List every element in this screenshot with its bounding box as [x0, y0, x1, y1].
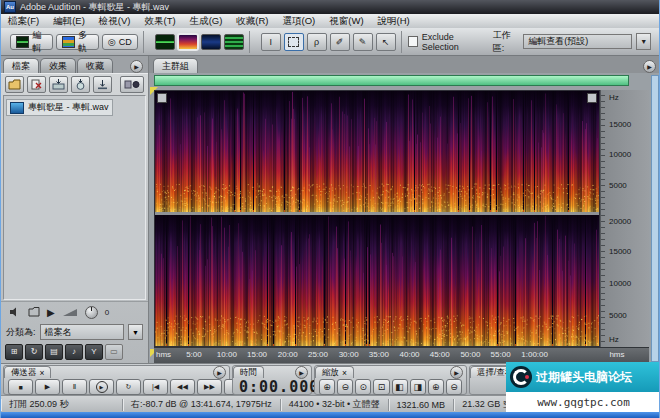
timeline-tick-label: 30:00	[339, 350, 359, 359]
spectrogram-display[interactable]	[154, 90, 600, 347]
zoom-to-right-edge-button[interactable]: ◨	[410, 379, 426, 395]
show-paths-toggle[interactable]: ▭	[105, 344, 123, 360]
rewind-button[interactable]: ◀◀	[170, 379, 195, 395]
tab-effects[interactable]: 效果	[40, 58, 76, 73]
sort-by-select[interactable]: 檔案名	[40, 324, 124, 340]
close-icon[interactable]: ×	[342, 368, 347, 378]
close-file-button[interactable]	[27, 76, 46, 93]
close-icon[interactable]: ×	[40, 368, 45, 378]
insert-into-cd-button[interactable]	[71, 76, 90, 93]
show-video-files-toggle[interactable]: ▤	[45, 344, 63, 360]
timeline-ruler[interactable]: hms 5:0010:0015:0020:0025:0030:0035:0040…	[154, 347, 649, 363]
import-file-button[interactable]	[5, 76, 24, 93]
preview-play-icon[interactable]	[9, 307, 21, 317]
file-list[interactable]: 專輯歌星 - 專輯.wav	[3, 95, 146, 300]
panel-flyout-icon[interactable]: ▶	[643, 60, 656, 73]
workspace-select[interactable]: 編輯查看(預設)	[523, 34, 632, 49]
menu-item[interactable]: 檔案(F)	[1, 15, 46, 28]
tab-transport[interactable]: 傳送器 ×	[4, 366, 51, 378]
corner-handle-icon[interactable]	[587, 93, 597, 103]
corner-handle-icon[interactable]	[157, 93, 167, 103]
play-looped-button[interactable]: ▶	[89, 379, 114, 395]
panel-flyout-icon[interactable]: ▶	[450, 366, 463, 379]
effects-paintbrush-tool[interactable]: ✐	[330, 33, 350, 51]
tab-time[interactable]: 時間	[233, 366, 264, 378]
menu-item[interactable]: 收藏(R)	[229, 15, 275, 28]
zoom-to-selection-button[interactable]: ⊡	[373, 379, 389, 395]
scrub-tool[interactable]: ✎	[353, 33, 373, 51]
marquee-icon	[288, 37, 299, 47]
import-audio-button[interactable]	[93, 76, 112, 93]
waveform-view-button[interactable]	[155, 34, 175, 50]
spectral-view-button[interactable]	[178, 34, 198, 50]
window-frame-bottom	[1, 412, 660, 418]
zoom-out-vertical-button[interactable]: ⊖	[446, 379, 462, 395]
menu-item[interactable]: 視窗(W)	[322, 15, 370, 28]
spectrogram-canvas[interactable]	[155, 91, 599, 346]
status-file-size: 1321.60 MB	[389, 399, 455, 411]
edit-view-button[interactable]: 編輯	[10, 34, 53, 50]
zoom-to-left-edge-button[interactable]: ◧	[392, 379, 408, 395]
volume-slider-icon[interactable]	[62, 307, 78, 317]
show-loop-files-toggle[interactable]: ↻	[25, 344, 43, 360]
show-midi-files-toggle[interactable]: ♪	[65, 344, 83, 360]
insert-into-multitrack-button[interactable]	[49, 76, 68, 93]
menu-item[interactable]: 說明(H)	[371, 15, 417, 28]
fast-forward-button[interactable]: ▶▶	[197, 379, 222, 395]
ruler-ticks	[601, 90, 605, 347]
go-to-start-button[interactable]: |◀	[143, 379, 168, 395]
tools-group: Iρ✐✎↖	[256, 31, 402, 53]
loop-play-icon[interactable]: ▶	[47, 307, 55, 318]
file-list-item[interactable]: 專輯歌星 - 專輯.wav	[6, 99, 113, 116]
menu-item[interactable]: 檢視(V)	[92, 15, 138, 28]
auto-play-icon[interactable]	[28, 307, 40, 317]
loop-button[interactable]: ↻	[116, 379, 141, 395]
spectral-phase-view-button[interactable]	[224, 34, 244, 50]
edit-view-label: 編輯	[32, 29, 47, 55]
move-tool[interactable]: ↖	[376, 33, 396, 51]
tab-main-group[interactable]: 主群組	[153, 58, 198, 73]
stop-button[interactable]: ■	[8, 379, 33, 395]
play-button[interactable]: ▶	[35, 379, 60, 395]
zoom-in-vertical-button[interactable]: ⊕	[428, 379, 444, 395]
chevron-down-icon[interactable]: ▼	[128, 324, 143, 340]
marquee-selection-tool[interactable]	[284, 33, 304, 51]
panel-flyout-icon[interactable]: ▶	[295, 366, 308, 379]
multitrack-view-label: 多軌	[78, 29, 93, 55]
show-markers-toggle[interactable]: Y	[85, 344, 103, 360]
timeline-tick-label: 35:00	[369, 350, 389, 359]
title-bar[interactable]: Au Adobe Audition - 專輯歌星 - 專輯.wav	[1, 0, 659, 14]
zoom-out-button[interactable]: ⊖	[337, 379, 353, 395]
spectral-pan-view-button[interactable]	[201, 34, 221, 50]
timeline-tick-label: 40:00	[400, 350, 420, 359]
zoom-buttons: ⊕⊖⊙⊡◧◨⊕⊖	[315, 378, 466, 396]
preview-volume-knob[interactable]	[85, 306, 98, 319]
chevron-down-icon[interactable]: ▼	[636, 33, 651, 50]
tab-files[interactable]: 檔案	[3, 58, 39, 73]
advanced-options-toggle[interactable]	[120, 76, 144, 93]
lasso-selection-tool[interactable]: ρ	[307, 33, 327, 51]
vertical-scrollbar[interactable]	[651, 75, 659, 362]
menu-item[interactable]: 編輯(E)	[46, 15, 92, 28]
tab-favorites[interactable]: 收藏	[77, 58, 113, 73]
multitrack-view-button[interactable]: 多軌	[56, 34, 99, 50]
overview-navigation-bar[interactable]	[154, 75, 629, 86]
panel-flyout-icon[interactable]: ▶	[130, 60, 143, 73]
menu-item[interactable]: 選項(O)	[276, 15, 323, 28]
cd-view-button[interactable]: ◎ CD	[102, 34, 138, 50]
menu-item[interactable]: 生成(G)	[183, 15, 230, 28]
time-selection-tool[interactable]: I	[261, 33, 281, 51]
exclude-selection-checkbox[interactable]: Exclude Selection	[408, 32, 487, 52]
menu-item[interactable]: 效果(T)	[137, 15, 182, 28]
pause-button[interactable]: Ⅱ	[62, 379, 87, 395]
zoom-full-button[interactable]: ⊙	[355, 379, 371, 395]
show-audio-files-toggle[interactable]: ⊞	[5, 344, 23, 360]
tab-zoom[interactable]: 縮放 ×	[315, 366, 354, 378]
panel-flyout-icon[interactable]: ▶	[213, 366, 226, 379]
app-icon: Au	[4, 1, 16, 13]
zoom-in-button[interactable]: ⊕	[319, 379, 335, 395]
frequency-ruler[interactable]: Hz150001000050002000015000100005000Hz	[600, 90, 649, 347]
cd-view-label: CD	[119, 37, 132, 47]
frequency-label: 5000	[609, 311, 627, 320]
time-tab-label: 時間	[240, 367, 257, 379]
